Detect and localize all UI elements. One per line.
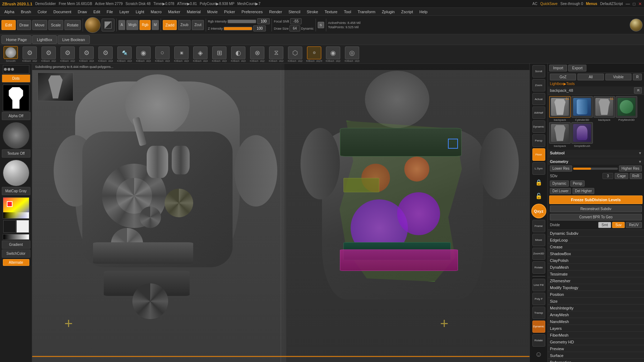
brush-item-13[interactable]: ⊗ KitBash_obj2 xyxy=(248,46,267,63)
dyna-mesh-section[interactable]: DynaMesh xyxy=(548,264,644,271)
goz-btn[interactable]: GoZ xyxy=(550,74,576,80)
sdiv-slider[interactable] xyxy=(573,168,618,170)
r-btn[interactable]: R xyxy=(633,74,642,80)
size-section[interactable]: Size xyxy=(548,298,644,304)
viewport-divider[interactable] xyxy=(281,64,281,362)
actual-icon[interactable]: Actual xyxy=(532,93,545,105)
geometry-hd-section[interactable]: Geometry HD xyxy=(548,338,644,345)
matcap-preview[interactable] xyxy=(3,160,29,186)
brush-item-17[interactable]: ◎ KitBash_obj3 xyxy=(343,46,361,63)
zoom-tool-icon[interactable]: Zoom xyxy=(532,79,545,91)
menu-render[interactable]: Render xyxy=(266,9,285,15)
linefill-icon[interactable]: Line Fill xyxy=(532,279,545,291)
menu-marker[interactable]: Marker xyxy=(165,9,183,15)
menu-help[interactable]: Help xyxy=(416,9,430,15)
lsym-icon[interactable]: L.Sym xyxy=(532,162,545,175)
backpack-r-btn[interactable]: R xyxy=(634,87,642,94)
texture-off-btn[interactable]: Texture Off xyxy=(2,149,30,158)
fiber-mesh-section[interactable]: FiberMesh xyxy=(548,332,644,338)
dynamic-subdiv-section[interactable]: Dynamic Subdiv xyxy=(548,230,644,237)
brush-item-7[interactable]: ◉ KitBash_obj3 xyxy=(134,46,153,63)
mesh-integrity-section[interactable]: MeshIntegrity xyxy=(548,304,644,311)
menu-macro[interactable]: Macro xyxy=(148,9,165,15)
maximize-btn[interactable]: □ xyxy=(633,1,635,6)
brush-item-6[interactable]: 🔩 KitBash_obj3 xyxy=(115,46,134,63)
smiley-icon[interactable]: ☺ xyxy=(532,348,545,361)
zremesher-section[interactable]: ZRemesher xyxy=(548,277,644,284)
floor-icon[interactable]: Floor xyxy=(532,148,545,161)
menu-file[interactable]: File xyxy=(104,9,116,15)
menu-picker[interactable]: Picker xyxy=(221,9,238,15)
edge-loop-section[interactable]: EdgeLoop xyxy=(548,237,644,243)
home-page-tab[interactable]: Home Page xyxy=(1,35,31,44)
persp-icon[interactable]: Persp xyxy=(532,134,545,147)
brush-item-1[interactable]: ⚙ KitBash_obj2 xyxy=(20,46,39,63)
brush-item-15[interactable]: ⬡ KitBash_obj2 xyxy=(286,46,304,63)
zsub-btn[interactable]: Zsub xyxy=(178,20,191,30)
menu-brush[interactable]: Brush xyxy=(18,9,34,15)
menu-color[interactable]: Color xyxy=(35,9,50,15)
aahalf-icon[interactable]: AAHalf xyxy=(532,106,545,119)
quicksave-label[interactable]: QuickSave xyxy=(540,2,557,6)
geometry-header[interactable]: Geometry ▼ xyxy=(548,158,644,165)
menu-material[interactable]: Material xyxy=(184,9,204,15)
del-lower-btn[interactable]: Del Lower xyxy=(550,188,571,194)
suv-btn[interactable]: Suv xyxy=(612,222,625,228)
channel-rgb-btn[interactable]: Rgb xyxy=(140,20,150,30)
z-intensity-val[interactable]: 100 xyxy=(253,25,266,31)
brush-item-8[interactable]: ○ KitBash_obj3 xyxy=(153,46,172,63)
swatch-foreground[interactable] xyxy=(3,220,16,233)
edit-btn[interactable]: Edit xyxy=(1,20,16,30)
menu-zplugin[interactable]: Zplugin xyxy=(379,9,397,15)
color-swatch[interactable] xyxy=(3,197,29,219)
smt-btn[interactable]: Smt xyxy=(598,222,611,228)
channel-m-btn[interactable]: M xyxy=(152,20,159,30)
matcap-gray-btn[interactable]: MatCap Gray xyxy=(2,187,30,195)
gradient-label[interactable]: Gradient xyxy=(2,240,30,249)
zcut-btn[interactable]: Zcut xyxy=(192,20,204,30)
brush-item-kitbash29[interactable]: ⚙ KitBash_obj29 xyxy=(305,46,323,63)
qxyz-btn[interactable]: Qxyz xyxy=(531,204,546,218)
zadd-btn[interactable]: Zadd xyxy=(163,20,177,30)
material-ball[interactable] xyxy=(630,19,643,31)
preview-section[interactable]: Preview xyxy=(548,345,644,352)
dynamic3d-icon[interactable]: Dynamic xyxy=(532,321,545,333)
nano-mesh-section[interactable]: NanoMesh xyxy=(548,318,644,325)
alternate-btn[interactable]: Alternate xyxy=(3,259,29,266)
move-3d-icon[interactable]: Move xyxy=(532,234,545,246)
del-higher-btn[interactable]: Del Higher xyxy=(572,188,594,194)
menus-label[interactable]: Menus xyxy=(586,2,597,6)
draw-btn[interactable]: Draw xyxy=(17,20,31,30)
persp-geo-btn[interactable]: Persp xyxy=(570,180,585,187)
brush-item-5[interactable]: ⚙ KitBash_obj4 xyxy=(96,46,115,63)
polyf-icon[interactable]: Poly F xyxy=(532,293,545,305)
mode-icon-1[interactable] xyxy=(102,19,114,31)
scroll-icon[interactable]: Scroll xyxy=(532,65,545,78)
brush-item-smooth[interactable]: Smooth xyxy=(1,45,20,63)
dots-btn[interactable]: Dots xyxy=(2,74,30,83)
brush-item-12[interactable]: ◐ KitBash_obj3 xyxy=(229,46,248,63)
focal-shift-val[interactable]: -55 xyxy=(290,18,302,24)
asset-thumb-backpack3[interactable] xyxy=(549,122,571,144)
deformation-section[interactable]: Deformation xyxy=(548,359,644,362)
menu-draw[interactable]: Draw xyxy=(75,9,90,15)
asset-thumb-cylinder[interactable] xyxy=(571,96,593,118)
lightbox-tools-label[interactable]: Lightbox▶Tools xyxy=(550,82,642,86)
alpha-off-btn[interactable]: Alpha Off xyxy=(2,112,30,120)
position-section[interactable]: Position xyxy=(548,291,644,298)
scale-btn[interactable]: Scale xyxy=(48,20,63,30)
layers-section[interactable]: Layers xyxy=(548,325,644,332)
swatch-background[interactable] xyxy=(16,220,29,233)
rotate-btn[interactable]: Rotate xyxy=(64,20,81,30)
higher-res-btn[interactable]: Higher Res xyxy=(619,165,642,172)
move-btn[interactable]: Move xyxy=(32,20,47,30)
brush-item-3[interactable]: ⚙ KitBash_obj2 xyxy=(58,46,77,63)
shadow-box-section[interactable]: ShadowBox xyxy=(548,250,644,257)
menu-tool[interactable]: Tool xyxy=(341,9,354,15)
zoom3d-icon[interactable]: Zoom3D xyxy=(532,248,545,260)
lower-res-btn[interactable]: Lower Res xyxy=(550,165,572,172)
brush-item-16[interactable]: ◉ KitBash_obj2 xyxy=(324,46,342,63)
transp-icon[interactable]: Transp xyxy=(532,307,545,319)
menu-stroke[interactable]: Stroke xyxy=(304,9,321,15)
dynamic-geo-btn[interactable]: Dynamic xyxy=(550,180,569,187)
